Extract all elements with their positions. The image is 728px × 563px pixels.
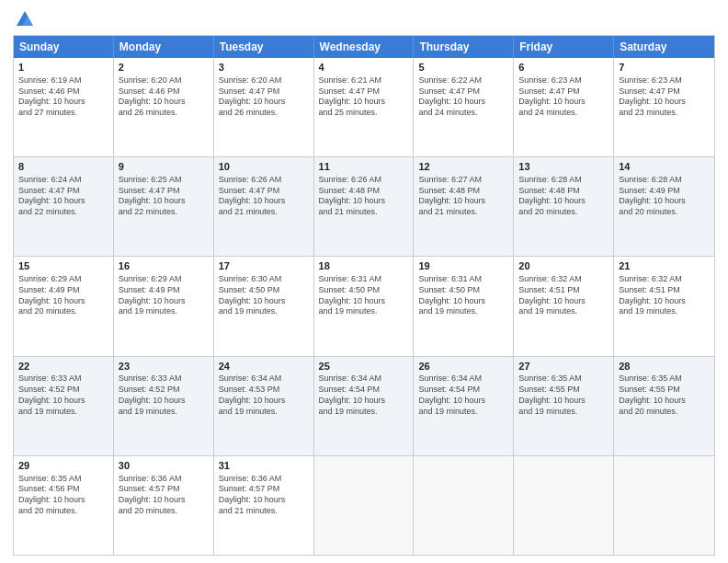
day-detail: Sunrise: 6:23 AM Sunset: 4:47 PM Dayligh…: [619, 75, 710, 119]
day-number: 8: [18, 160, 108, 174]
day-cell-26: 26Sunrise: 6:34 AM Sunset: 4:54 PM Dayli…: [414, 357, 514, 455]
page: SundayMondayTuesdayWednesdayThursdayFrid…: [0, 0, 728, 563]
day-detail: Sunrise: 6:29 AM Sunset: 4:49 PM Dayligh…: [119, 274, 209, 317]
day-cell-14: 14Sunrise: 6:28 AM Sunset: 4:49 PM Dayli…: [614, 157, 714, 256]
logo-icon: [15, 9, 35, 29]
header-day-sunday: Sunday: [14, 36, 114, 58]
day-number: 12: [418, 160, 508, 174]
day-number: 9: [119, 160, 209, 174]
day-detail: Sunrise: 6:19 AM Sunset: 4:46 PM Dayligh…: [18, 75, 108, 119]
day-cell-10: 10Sunrise: 6:26 AM Sunset: 4:47 PM Dayli…: [214, 157, 314, 256]
day-detail: Sunrise: 6:25 AM Sunset: 4:47 PM Dayligh…: [119, 175, 209, 218]
day-number: 30: [119, 459, 209, 473]
day-detail: Sunrise: 6:36 AM Sunset: 4:57 PM Dayligh…: [119, 474, 209, 517]
day-number: 11: [319, 160, 409, 174]
day-detail: Sunrise: 6:32 AM Sunset: 4:51 PM Dayligh…: [619, 274, 710, 317]
day-number: 7: [619, 61, 710, 75]
day-cell-28: 28Sunrise: 6:35 AM Sunset: 4:55 PM Dayli…: [614, 357, 714, 455]
empty-cell: [514, 456, 614, 555]
calendar-header: SundayMondayTuesdayWednesdayThursdayFrid…: [14, 36, 714, 58]
header-day-tuesday: Tuesday: [214, 36, 314, 58]
week-row-2: 8Sunrise: 6:24 AM Sunset: 4:47 PM Daylig…: [14, 156, 714, 256]
day-detail: Sunrise: 6:33 AM Sunset: 4:52 PM Dayligh…: [119, 373, 209, 417]
day-cell-30: 30Sunrise: 6:36 AM Sunset: 4:57 PM Dayli…: [114, 456, 214, 555]
day-detail: Sunrise: 6:20 AM Sunset: 4:46 PM Dayligh…: [119, 75, 209, 119]
day-number: 1: [18, 61, 108, 75]
header-day-thursday: Thursday: [414, 36, 514, 58]
day-number: 14: [619, 160, 710, 174]
calendar-body: 1Sunrise: 6:19 AM Sunset: 4:46 PM Daylig…: [14, 58, 714, 555]
day-cell-15: 15Sunrise: 6:29 AM Sunset: 4:49 PM Dayli…: [14, 257, 114, 355]
day-number: 29: [18, 459, 108, 473]
day-number: 24: [219, 360, 309, 373]
day-cell-17: 17Sunrise: 6:30 AM Sunset: 4:50 PM Dayli…: [214, 257, 314, 355]
day-cell-6: 6Sunrise: 6:23 AM Sunset: 4:47 PM Daylig…: [514, 58, 614, 156]
day-detail: Sunrise: 6:29 AM Sunset: 4:49 PM Dayligh…: [18, 274, 108, 317]
day-cell-8: 8Sunrise: 6:24 AM Sunset: 4:47 PM Daylig…: [14, 157, 114, 256]
day-cell-1: 1Sunrise: 6:19 AM Sunset: 4:46 PM Daylig…: [14, 58, 114, 156]
header-day-monday: Monday: [114, 36, 214, 58]
day-detail: Sunrise: 6:30 AM Sunset: 4:50 PM Dayligh…: [219, 274, 309, 317]
day-detail: Sunrise: 6:33 AM Sunset: 4:52 PM Dayligh…: [18, 373, 108, 417]
day-detail: Sunrise: 6:26 AM Sunset: 4:48 PM Dayligh…: [319, 175, 409, 218]
day-number: 10: [219, 160, 309, 174]
day-cell-27: 27Sunrise: 6:35 AM Sunset: 4:55 PM Dayli…: [514, 357, 614, 455]
day-detail: Sunrise: 6:28 AM Sunset: 4:48 PM Dayligh…: [518, 175, 609, 218]
day-detail: Sunrise: 6:24 AM Sunset: 4:47 PM Dayligh…: [18, 175, 108, 218]
calendar: SundayMondayTuesdayWednesdayThursdayFrid…: [13, 35, 715, 556]
day-detail: Sunrise: 6:34 AM Sunset: 4:53 PM Dayligh…: [219, 373, 309, 417]
day-detail: Sunrise: 6:23 AM Sunset: 4:47 PM Dayligh…: [518, 75, 609, 119]
day-cell-19: 19Sunrise: 6:31 AM Sunset: 4:50 PM Dayli…: [414, 257, 514, 355]
day-number: 21: [619, 259, 710, 273]
day-number: 23: [119, 360, 209, 373]
day-cell-3: 3Sunrise: 6:20 AM Sunset: 4:47 PM Daylig…: [214, 58, 314, 156]
week-row-1: 1Sunrise: 6:19 AM Sunset: 4:46 PM Daylig…: [14, 58, 714, 156]
day-cell-11: 11Sunrise: 6:26 AM Sunset: 4:48 PM Dayli…: [314, 157, 415, 256]
empty-cell: [414, 456, 514, 555]
day-detail: Sunrise: 6:34 AM Sunset: 4:54 PM Dayligh…: [418, 373, 508, 417]
day-detail: Sunrise: 6:22 AM Sunset: 4:47 PM Dayligh…: [418, 75, 508, 119]
day-detail: Sunrise: 6:35 AM Sunset: 4:55 PM Dayligh…: [619, 373, 710, 417]
day-cell-2: 2Sunrise: 6:20 AM Sunset: 4:46 PM Daylig…: [114, 58, 214, 156]
day-cell-7: 7Sunrise: 6:23 AM Sunset: 4:47 PM Daylig…: [614, 58, 714, 156]
day-number: 19: [418, 259, 508, 273]
day-number: 28: [619, 360, 710, 373]
day-number: 18: [319, 259, 409, 273]
header: [13, 9, 715, 29]
day-number: 20: [518, 259, 609, 273]
day-cell-12: 12Sunrise: 6:27 AM Sunset: 4:48 PM Dayli…: [414, 157, 514, 256]
header-day-saturday: Saturday: [614, 36, 714, 58]
day-cell-23: 23Sunrise: 6:33 AM Sunset: 4:52 PM Dayli…: [114, 357, 214, 455]
day-cell-9: 9Sunrise: 6:25 AM Sunset: 4:47 PM Daylig…: [114, 157, 214, 256]
logo: [13, 9, 35, 29]
day-cell-21: 21Sunrise: 6:32 AM Sunset: 4:51 PM Dayli…: [614, 257, 714, 355]
day-detail: Sunrise: 6:26 AM Sunset: 4:47 PM Dayligh…: [219, 175, 309, 218]
week-row-4: 22Sunrise: 6:33 AM Sunset: 4:52 PM Dayli…: [14, 356, 714, 455]
day-number: 2: [119, 61, 209, 75]
day-detail: Sunrise: 6:20 AM Sunset: 4:47 PM Dayligh…: [219, 75, 309, 119]
day-number: 4: [319, 61, 409, 75]
day-number: 17: [219, 259, 309, 273]
day-detail: Sunrise: 6:36 AM Sunset: 4:57 PM Dayligh…: [219, 474, 309, 517]
day-detail: Sunrise: 6:32 AM Sunset: 4:51 PM Dayligh…: [518, 274, 609, 317]
header-day-wednesday: Wednesday: [314, 36, 415, 58]
day-cell-25: 25Sunrise: 6:34 AM Sunset: 4:54 PM Dayli…: [314, 357, 415, 455]
empty-cell: [614, 456, 714, 555]
day-number: 3: [219, 61, 309, 75]
day-number: 13: [518, 160, 609, 174]
day-cell-4: 4Sunrise: 6:21 AM Sunset: 4:47 PM Daylig…: [314, 58, 415, 156]
day-number: 25: [319, 360, 409, 373]
day-cell-16: 16Sunrise: 6:29 AM Sunset: 4:49 PM Dayli…: [114, 257, 214, 355]
day-cell-18: 18Sunrise: 6:31 AM Sunset: 4:50 PM Dayli…: [314, 257, 415, 355]
day-cell-22: 22Sunrise: 6:33 AM Sunset: 4:52 PM Dayli…: [14, 357, 114, 455]
day-cell-5: 5Sunrise: 6:22 AM Sunset: 4:47 PM Daylig…: [414, 58, 514, 156]
day-number: 27: [518, 360, 609, 373]
day-number: 5: [418, 61, 508, 75]
empty-cell: [314, 456, 415, 555]
day-detail: Sunrise: 6:34 AM Sunset: 4:54 PM Dayligh…: [319, 373, 409, 417]
day-detail: Sunrise: 6:21 AM Sunset: 4:47 PM Dayligh…: [319, 75, 409, 119]
day-number: 22: [18, 360, 108, 373]
week-row-3: 15Sunrise: 6:29 AM Sunset: 4:49 PM Dayli…: [14, 256, 714, 355]
day-cell-29: 29Sunrise: 6:35 AM Sunset: 4:56 PM Dayli…: [14, 456, 114, 555]
day-cell-31: 31Sunrise: 6:36 AM Sunset: 4:57 PM Dayli…: [214, 456, 314, 555]
